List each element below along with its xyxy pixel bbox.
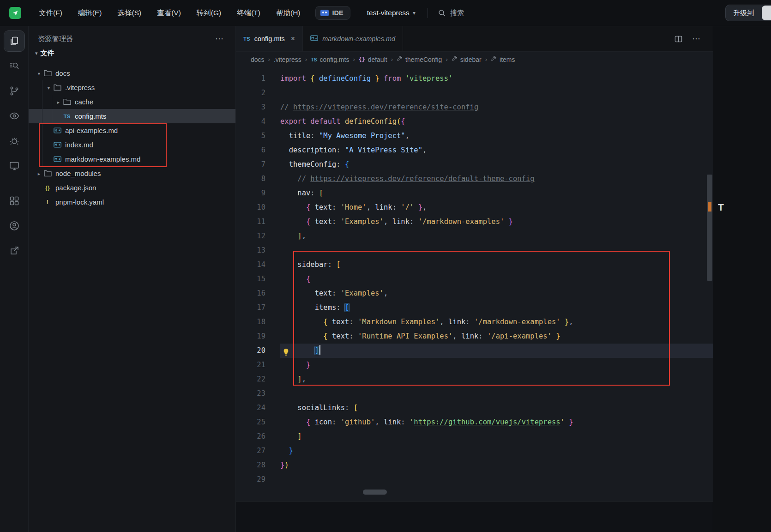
upgrade-label: 升级到	[733, 9, 754, 18]
code-line-21[interactable]: 21 }	[236, 358, 713, 372]
code-line-7[interactable]: 7 themeConfig: {	[236, 157, 713, 172]
search-icon[interactable]	[4, 56, 24, 76]
menu-item[interactable]: 帮助(H)	[270, 6, 307, 21]
tree-item-cache[interactable]: ▸cache	[29, 95, 235, 109]
tree-item-api-examples-md[interactable]: api-examples.md	[29, 123, 235, 138]
upgrade-cut-button[interactable]	[762, 6, 771, 20]
tab-markdown-examples-md[interactable]: markdown-examples.md	[303, 26, 403, 51]
export-box-icon[interactable]	[4, 241, 24, 261]
tree-item-node-modules[interactable]: ▸node_modules	[29, 166, 235, 181]
code-line-16[interactable]: 16 text: 'Examples',	[236, 286, 713, 301]
code-line-29[interactable]: 29	[236, 472, 713, 487]
more-actions-icon[interactable]: ⋯	[215, 34, 224, 44]
menu-item[interactable]: 文件(F)	[32, 6, 69, 21]
chevron-down-icon: ▾	[35, 71, 43, 76]
code-line-25[interactable]: 25 { icon: 'github', link: 'https://gith…	[236, 415, 713, 429]
code-line-2[interactable]: 2	[236, 86, 713, 100]
menu-item[interactable]: 选择(S)	[111, 6, 148, 21]
markdown-icon	[310, 35, 318, 43]
search-icon	[438, 9, 446, 17]
menu-item[interactable]: 查看(V)	[151, 6, 187, 21]
close-icon[interactable]: ×	[291, 35, 295, 43]
breadcrumb-item-docs[interactable]: docs	[251, 56, 265, 63]
code-line-26[interactable]: 26 ]	[236, 429, 713, 444]
code-line-22[interactable]: 22 ],	[236, 372, 713, 387]
code-line-content: ],	[280, 372, 306, 387]
code-line-27[interactable]: 27 }	[236, 444, 713, 458]
lightbulb-icon[interactable]	[282, 347, 290, 355]
code-line-10[interactable]: 10 { text: 'Home', link: '/' },	[236, 200, 713, 215]
workspace-switcher[interactable]: test-vitepress ▾	[367, 9, 416, 17]
tree-item-label: docs	[55, 69, 70, 77]
wrench-icon	[491, 56, 497, 63]
code-line-19[interactable]: 19 { text: 'Runtime API Examples', link:…	[236, 329, 713, 344]
code-line-18[interactable]: 18 { text: 'Markdown Examples', link: '/…	[236, 315, 713, 329]
tree-item--vitepress[interactable]: ▾.vitepress	[29, 80, 235, 95]
vertical-scrollbar[interactable]	[706, 67, 713, 490]
code-line-23[interactable]: 23	[236, 387, 713, 401]
code-line-content: nav: [	[280, 186, 323, 200]
code-line-24[interactable]: 24 socialLinks: [	[236, 401, 713, 415]
breadcrumb-label: items	[500, 56, 515, 63]
code-line-9[interactable]: 9 nav: [	[236, 186, 713, 200]
ide-badge[interactable]: IDE	[315, 6, 350, 20]
code-line-6[interactable]: 6 description: "A VitePress Site",	[236, 143, 713, 157]
code-line-5[interactable]: 5 title: "My Awesome Project",	[236, 129, 713, 143]
scrollbar-thumb[interactable]	[363, 490, 387, 495]
code-line-20[interactable]: 20 ]	[236, 344, 713, 358]
breadcrumb-item-default[interactable]: {}default	[359, 56, 387, 63]
scrollbar-thumb[interactable]	[707, 175, 712, 281]
tree-item-package-json[interactable]: {}package.json	[29, 181, 235, 195]
tree-item-markdown-examples-md[interactable]: markdown-examples.md	[29, 152, 235, 166]
code-line-content: { icon: 'github', link: 'https://github.…	[280, 415, 573, 429]
tree-item-pnpm-lock-yaml[interactable]: !pnpm-lock.yaml	[29, 195, 235, 209]
code-line-4[interactable]: 4export default defineConfig({	[236, 115, 713, 129]
code-line-13[interactable]: 13	[236, 243, 713, 258]
section-files[interactable]: ▾ 文件	[29, 46, 235, 60]
code-line-28[interactable]: 28})	[236, 458, 713, 472]
debug-icon[interactable]	[4, 131, 24, 151]
menu-bar: 文件(F)编辑(E)选择(S)查看(V)转到(G)终端(T)帮助(H)	[32, 6, 307, 21]
menu-item[interactable]: 转到(G)	[190, 6, 228, 21]
breadcrumb-item-sidebar[interactable]: sidebar	[452, 56, 482, 63]
menu-item[interactable]: 编辑(E)	[72, 6, 108, 21]
code-line-12[interactable]: 12 ],	[236, 229, 713, 243]
typescript-icon: TS	[243, 36, 250, 42]
breadcrumb-item-themeconfig[interactable]: themeConfig	[397, 56, 442, 63]
breadcrumb-item-items[interactable]: items	[491, 56, 515, 63]
account-icon[interactable]	[4, 216, 24, 236]
breadcrumb-item-config-mts[interactable]: TSconfig.mts	[311, 56, 349, 63]
tree-item-docs[interactable]: ▾docs	[29, 66, 235, 80]
code-line-content: { text: 'Markdown Examples', link: '/mar…	[280, 315, 573, 329]
remote-screen-icon[interactable]	[4, 156, 24, 176]
tab-config-mts[interactable]: TSconfig.mts×	[236, 26, 303, 51]
titlebar-search[interactable]: 搜索	[438, 9, 464, 18]
indent-guide	[52, 95, 52, 109]
panel-edge	[236, 501, 713, 532]
line-number: 23	[236, 387, 265, 401]
horizontal-scrollbar[interactable]	[236, 490, 706, 496]
preview-eye-icon[interactable]	[4, 106, 24, 126]
code-line-content: description: "A VitePress Site",	[280, 143, 427, 157]
extensions-icon[interactable]	[4, 191, 24, 211]
source-control-icon[interactable]	[4, 81, 24, 101]
code-line-17[interactable]: 17 items: [	[236, 301, 713, 315]
breadcrumb-item--vitepress[interactable]: .vitepress	[274, 56, 301, 63]
editor-more-icon[interactable]: ⋯	[692, 34, 701, 44]
code-line-14[interactable]: 14 sidebar: [	[236, 258, 713, 272]
code-line-1[interactable]: 1import { defineConfig } from 'vitepress…	[236, 72, 713, 86]
menu-item[interactable]: 终端(T)	[230, 6, 267, 21]
code-line-15[interactable]: 15 {	[236, 272, 713, 286]
explorer-icon[interactable]	[4, 31, 24, 51]
tree-item-index-md[interactable]: index.md	[29, 138, 235, 152]
chevron-down-icon: ▾	[45, 85, 53, 91]
tree-item-config-mts[interactable]: TSconfig.mts	[29, 109, 235, 123]
code-line-8[interactable]: 8 // https://vitepress.dev/reference/def…	[236, 172, 713, 186]
code-line-11[interactable]: 11 { text: 'Examples', link: '/markdown-…	[236, 215, 713, 229]
tree-item-label: index.md	[65, 141, 93, 149]
code-editor[interactable]: 1import { defineConfig } from 'vitepress…	[236, 67, 713, 487]
line-number: 10	[236, 200, 265, 215]
line-number: 17	[236, 301, 265, 315]
code-line-3[interactable]: 3// https://vitepress.dev/reference/site…	[236, 100, 713, 115]
split-editor-icon[interactable]	[674, 35, 683, 43]
